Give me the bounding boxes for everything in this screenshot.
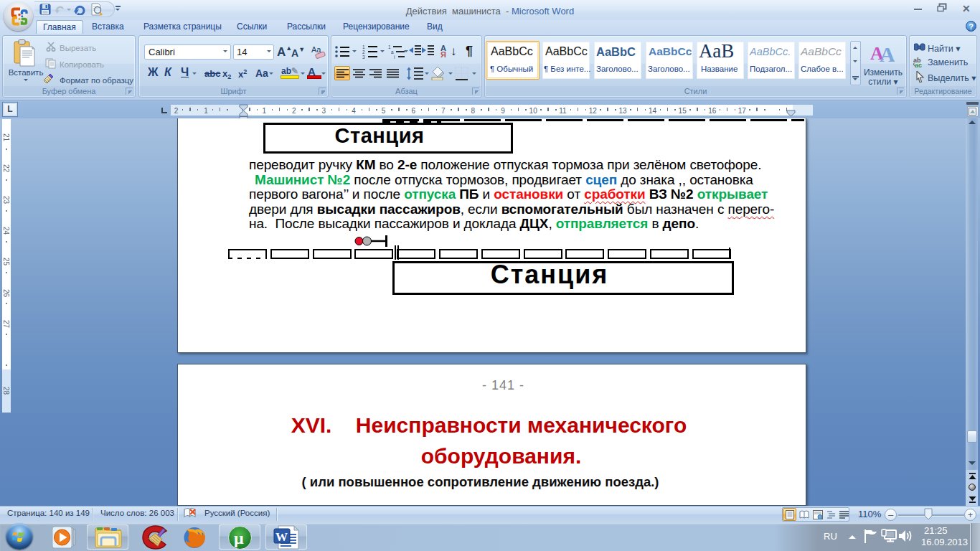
svg-text:A: A (880, 42, 895, 62)
svg-text:3: 3 (362, 55, 365, 59)
svg-text:Aa: Aa (311, 45, 321, 54)
svg-text:1: 1 (362, 44, 365, 50)
svg-text:1: 1 (388, 44, 391, 50)
svg-text:ac: ac (915, 62, 922, 67)
svg-text:i: i (394, 55, 395, 59)
svg-text:2: 2 (362, 50, 365, 55)
svg-text:W: W (275, 530, 288, 544)
svg-text:a: a (391, 50, 394, 55)
